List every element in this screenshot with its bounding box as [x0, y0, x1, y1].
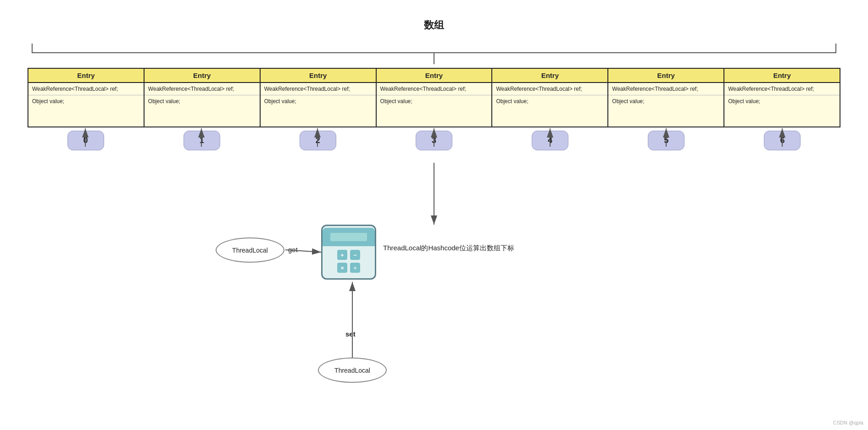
entry-header-5: Entry [608, 69, 723, 83]
index-label-5: 5 [608, 131, 724, 150]
calc-buttons: +−×÷ [334, 246, 364, 276]
bracket-container [28, 39, 840, 66]
entry-field1-1: WeakReference<ThreadLocal> ref; [145, 83, 260, 95]
index-row: 0123456 [28, 131, 840, 150]
calc-top [323, 228, 375, 246]
index-pill-3: 3 [416, 131, 452, 150]
index-label-3: 3 [376, 131, 492, 150]
index-label-4: 4 [492, 131, 608, 150]
index-pill-0: 0 [67, 131, 104, 150]
entry-header-2: Entry [261, 69, 376, 83]
entry-field2-3: Object value; [377, 95, 492, 107]
entry-header-6: Entry [724, 69, 840, 83]
entry-field2-0: Object value; [28, 95, 144, 107]
entry-cell-5: EntryWeakReference<ThreadLocal> ref;Obje… [608, 69, 724, 127]
index-pill-2: 2 [300, 131, 336, 150]
entry-cell-3: EntryWeakReference<ThreadLocal> ref;Obje… [377, 69, 493, 127]
calc-btn-1: − [350, 250, 360, 260]
entry-field1-5: WeakReference<ThreadLocal> ref; [608, 83, 723, 95]
page-title: 数组 [0, 0, 868, 32]
entry-field2-1: Object value; [145, 95, 260, 107]
index-pill-6: 6 [764, 131, 801, 150]
set-label: set [345, 330, 356, 338]
calc-btn-0: + [337, 250, 347, 260]
index-pill-5: 5 [648, 131, 684, 150]
entry-header-4: Entry [492, 69, 607, 83]
entry-cell-2: EntryWeakReference<ThreadLocal> ref;Obje… [261, 69, 377, 127]
entry-field1-2: WeakReference<ThreadLocal> ref; [261, 83, 376, 95]
entry-cell-0: EntryWeakReference<ThreadLocal> ref;Obje… [28, 69, 145, 127]
entry-field1-4: WeakReference<ThreadLocal> ref; [492, 83, 607, 95]
watermark: CSDN @qpla [833, 420, 863, 425]
hashcode-label: ThreadLocal的Hashcode位运算出数组下标 [383, 244, 514, 253]
threadlocal-set-ellipse: ThreadLocal [318, 358, 387, 383]
index-label-6: 6 [724, 131, 840, 150]
entry-field1-0: WeakReference<ThreadLocal> ref; [28, 83, 144, 95]
calc-screen [330, 233, 367, 241]
index-label-1: 1 [144, 131, 260, 150]
entry-header-0: Entry [28, 69, 144, 83]
entry-field2-6: Object value; [724, 95, 840, 107]
threadlocal-get-ellipse: ThreadLocal [216, 237, 284, 263]
entry-field2-2: Object value; [261, 95, 376, 107]
index-pill-1: 1 [184, 131, 220, 150]
get-label: get [288, 246, 298, 254]
index-label-0: 0 [28, 131, 144, 150]
entry-cell-4: EntryWeakReference<ThreadLocal> ref;Obje… [492, 69, 608, 127]
threadlocal-set-label: ThreadLocal [334, 367, 370, 374]
entry-cell-6: EntryWeakReference<ThreadLocal> ref;Obje… [724, 69, 840, 127]
entry-header-1: Entry [145, 69, 260, 83]
index-pill-4: 4 [532, 131, 568, 150]
entry-field1-3: WeakReference<ThreadLocal> ref; [377, 83, 492, 95]
threadlocal-get-label: ThreadLocal [232, 247, 268, 254]
calc-btn-3: ÷ [350, 263, 360, 273]
entry-header-3: Entry [377, 69, 492, 83]
entry-cell-1: EntryWeakReference<ThreadLocal> ref;Obje… [145, 69, 261, 127]
index-label-2: 2 [260, 131, 376, 150]
entry-field2-4: Object value; [492, 95, 607, 107]
calculator: +−×÷ [321, 225, 376, 280]
array-box: EntryWeakReference<ThreadLocal> ref;Obje… [28, 68, 840, 127]
entry-field2-5: Object value; [608, 95, 723, 107]
entry-field1-6: WeakReference<ThreadLocal> ref; [724, 83, 840, 95]
calc-btn-2: × [337, 263, 347, 273]
